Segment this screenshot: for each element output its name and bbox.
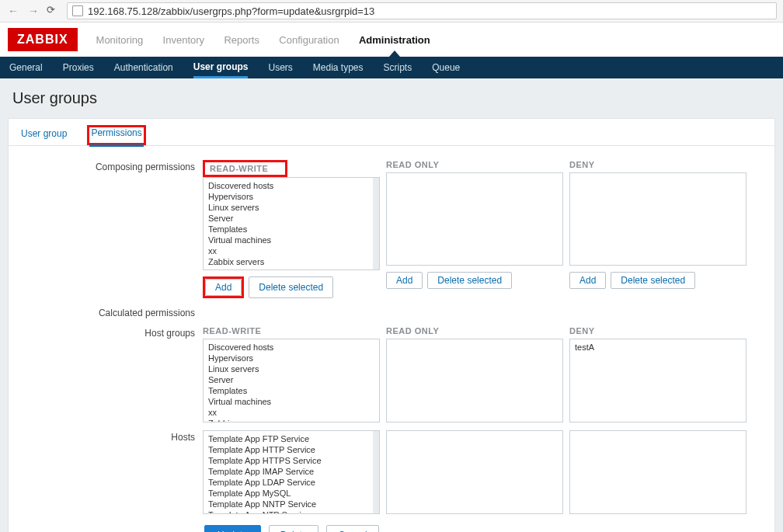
subnav-scripts[interactable]: Scripts: [384, 62, 412, 73]
list-item[interactable]: Template App LDAP Service: [208, 477, 374, 488]
list-item[interactable]: Templates: [208, 224, 374, 235]
list-item[interactable]: xx: [208, 245, 374, 256]
url-bar[interactable]: 192.168.75.128/zabbix/usergrps.php?form=…: [67, 2, 777, 19]
composing-rw-listbox[interactable]: Discovered hostsHypervisorsLinux servers…: [203, 177, 380, 270]
menu-reports[interactable]: Reports: [224, 34, 259, 46]
list-item[interactable]: Hypervisors: [208, 191, 374, 202]
highlight-rw-head: READ-WRITE: [203, 160, 287, 177]
list-item[interactable]: Linux servers: [208, 202, 374, 213]
subnav-queue[interactable]: Queue: [432, 62, 460, 73]
subnav-media-types[interactable]: Media types: [313, 62, 364, 73]
subnav-users[interactable]: Users: [268, 62, 292, 73]
tabs: User group Permissions: [9, 119, 774, 146]
col-head-deny: DENY: [569, 160, 746, 169]
list-item[interactable]: Template App FTP Service: [208, 433, 374, 444]
composing-deny-listbox[interactable]: [569, 172, 746, 266]
hosts-rw-listbox[interactable]: Template App FTP ServiceTemplate App HTT…: [203, 430, 380, 514]
back-icon[interactable]: ←: [6, 4, 20, 18]
list-item[interactable]: Discovered hosts: [208, 342, 374, 353]
url-text: 192.168.75.128/zabbix/usergrps.php?form=…: [88, 5, 374, 17]
menu-monitoring[interactable]: Monitoring: [96, 34, 144, 46]
main-menu: Monitoring Inventory Reports Configurati…: [96, 34, 447, 46]
scrollbar[interactable]: [373, 178, 379, 269]
forward-icon[interactable]: →: [26, 4, 40, 18]
hg-col-head-deny: DENY: [569, 326, 746, 336]
subnav-proxies[interactable]: Proxies: [63, 62, 94, 73]
col-head-rw: READ-WRITE: [205, 162, 285, 175]
list-item[interactable]: Templates: [208, 385, 374, 396]
delete-button[interactable]: Delete: [269, 525, 319, 532]
hostgroups-ro-listbox[interactable]: [386, 339, 563, 422]
scrollbar[interactable]: [373, 431, 379, 513]
list-item[interactable]: Linux servers: [208, 363, 374, 374]
label-composing: Composing permissions: [24, 160, 203, 172]
topbar: ZABBIX Monitoring Inventory Reports Conf…: [0, 23, 783, 57]
list-item[interactable]: Zabbix servers: [208, 418, 374, 422]
logo[interactable]: ZABBIX: [8, 28, 78, 51]
add-button-ro[interactable]: Add: [386, 272, 423, 289]
hosts-ro-listbox[interactable]: [386, 430, 563, 514]
highlight-permissions-tab: Permissions: [87, 125, 145, 145]
page-title: User groups: [12, 89, 771, 107]
label-hosts: Hosts: [24, 430, 203, 443]
footer-buttons: Update Delete Cancel: [24, 525, 759, 532]
hostgroups-rw-listbox[interactable]: Discovered hostsHypervisorsLinux servers…: [203, 339, 380, 422]
delete-selected-button-deny[interactable]: Delete selected: [611, 272, 695, 289]
add-button-deny[interactable]: Add: [569, 272, 606, 289]
list-item[interactable]: Template App NTP Service: [208, 509, 374, 514]
hg-col-head-ro: READ ONLY: [386, 326, 563, 336]
cancel-button[interactable]: Cancel: [326, 525, 378, 532]
tab-permissions[interactable]: Permissions: [89, 124, 143, 147]
update-button[interactable]: Update: [204, 525, 261, 532]
list-item[interactable]: Template App HTTP Service: [208, 444, 374, 455]
delete-selected-button-ro[interactable]: Delete selected: [427, 272, 512, 289]
composing-ro-listbox[interactable]: [386, 172, 563, 266]
list-item[interactable]: Zabbix servers: [208, 256, 374, 267]
list-item[interactable]: Virtual machines: [208, 235, 374, 245]
subnav-authentication[interactable]: Authentication: [114, 62, 173, 73]
list-item[interactable]: testA: [575, 342, 741, 353]
highlight-add-button: Add: [203, 276, 244, 298]
add-button-rw[interactable]: Add: [205, 279, 242, 296]
menu-configuration[interactable]: Configuration: [279, 34, 339, 46]
page-icon: [72, 5, 83, 16]
page-title-band: User groups: [0, 78, 783, 118]
delete-selected-button-rw[interactable]: Delete selected: [249, 276, 333, 298]
reload-icon[interactable]: ⟳: [47, 4, 61, 18]
list-item[interactable]: Hypervisors: [208, 353, 374, 363]
list-item[interactable]: xx: [208, 407, 374, 418]
subnav-general[interactable]: General: [9, 62, 43, 73]
label-calculated: Calculated permissions: [24, 306, 203, 318]
list-item[interactable]: Server: [208, 213, 374, 224]
hg-col-head-rw: READ-WRITE: [203, 326, 380, 336]
col-head-ro: READ ONLY: [386, 160, 563, 169]
hosts-deny-listbox[interactable]: [569, 430, 746, 514]
list-item[interactable]: Template App MySQL: [208, 488, 374, 499]
tab-user-group[interactable]: User group: [19, 125, 68, 145]
list-item[interactable]: Virtual machines: [208, 396, 374, 407]
browser-chrome: ← → ⟳ 192.168.75.128/zabbix/usergrps.php…: [0, 0, 783, 23]
menu-administration[interactable]: Administration: [359, 34, 430, 46]
list-item[interactable]: Server: [208, 374, 374, 385]
list-item[interactable]: Template App HTTPS Service: [208, 455, 374, 466]
list-item[interactable]: Template App IMAP Service: [208, 466, 374, 477]
list-item[interactable]: Template App NNTP Service: [208, 499, 374, 509]
panel: User group Permissions Composing permiss…: [8, 118, 775, 532]
menu-inventory[interactable]: Inventory: [163, 34, 204, 46]
subnav-user-groups[interactable]: User groups: [193, 61, 249, 78]
subnav: General Proxies Authentication User grou…: [0, 57, 783, 78]
hostgroups-deny-listbox[interactable]: testA: [569, 339, 746, 422]
label-host-groups: Host groups: [24, 326, 203, 339]
list-item[interactable]: Discovered hosts: [208, 180, 374, 191]
